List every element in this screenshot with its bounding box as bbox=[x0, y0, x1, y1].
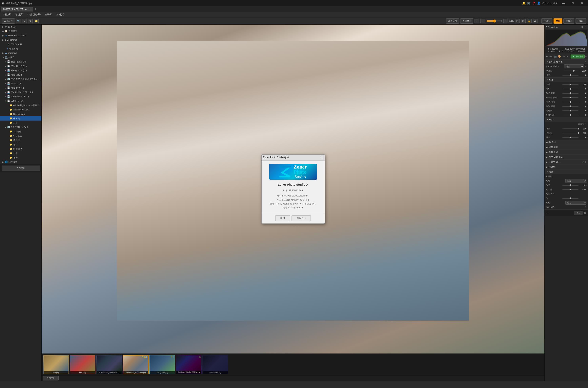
thumb-item-2[interactable]: 009.png bbox=[70, 355, 95, 374]
exp-thumb-5[interactable] bbox=[569, 105, 571, 107]
palette-icon[interactable]: 🎨 bbox=[558, 55, 561, 58]
color-tone-thumb[interactable] bbox=[569, 137, 571, 138]
tree-facebook[interactable]: ▶ f 페이스 북 bbox=[0, 46, 41, 51]
menu-file[interactable]: 파일(F) bbox=[1, 12, 13, 17]
tree-3d[interactable]: ▶ 📁 3D 개체 bbox=[0, 129, 41, 134]
dialog-ok-button[interactable]: 확인 bbox=[275, 215, 290, 221]
eff-method-select[interactable]: 노출 bbox=[566, 179, 587, 183]
lock-btn[interactable]: 🔒 bbox=[527, 19, 532, 24]
exp-slider-1[interactable] bbox=[563, 87, 579, 90]
exp-thumb-3[interactable] bbox=[569, 97, 571, 98]
thumb-item-1[interactable]: 008.png bbox=[43, 355, 69, 374]
export-arrow-icon[interactable]: ▾ bbox=[586, 55, 587, 58]
tree-lightroom[interactable]: ▶ 📁 Adobe Lightroom 카탈로그 bbox=[0, 103, 41, 107]
dialog-close-button[interactable]: ✕ bbox=[319, 155, 323, 159]
tab-close-icon[interactable]: ✕ bbox=[28, 8, 30, 10]
noise-header[interactable]: ▶ 노이즈 감소 ✓ ⚙ bbox=[545, 160, 588, 164]
rp-back-icon[interactable]: ↩ bbox=[546, 211, 549, 215]
wb-tint-thumb[interactable] bbox=[569, 74, 571, 76]
tree-system-d[interactable]: ▶ 💾 시스템 자료 (D:) bbox=[0, 68, 41, 73]
eff-radius-thumb[interactable] bbox=[569, 189, 571, 190]
tone-curve-header[interactable]: ▶ 톤 곡선 bbox=[545, 140, 588, 145]
zoom-in-btn[interactable]: ＋ bbox=[503, 19, 508, 24]
zoom-out-btn[interactable]: － bbox=[480, 19, 485, 24]
exp-thumb-4[interactable] bbox=[569, 101, 571, 103]
tree-local-c[interactable]: ▶ 💾 로컬 디스크 (C:) bbox=[0, 64, 41, 68]
exp-thumb-2[interactable] bbox=[569, 92, 571, 94]
dialog-license-button[interactable]: 저작권... bbox=[291, 215, 310, 221]
noise-settings-icon[interactable]: ⚙ bbox=[585, 161, 587, 163]
wb-temp-slider[interactable] bbox=[563, 69, 579, 72]
exp-thumb-0[interactable] bbox=[569, 84, 571, 85]
wb-preset-edit-icon[interactable]: ✏ bbox=[585, 65, 587, 68]
menu-edit[interactable]: 편집(E) bbox=[13, 12, 25, 17]
color-sat-slider[interactable] bbox=[563, 127, 579, 130]
tree-videos[interactable]: ▶ 📁 동영상 bbox=[0, 138, 41, 142]
exp-slider-5[interactable] bbox=[563, 105, 579, 108]
tree-desktop[interactable]: ▶ 📁 바탕 화면 bbox=[0, 147, 41, 151]
actual-btn[interactable]: ⊞ bbox=[521, 19, 526, 24]
sharp-header[interactable]: ▶ 선명도 bbox=[545, 165, 588, 169]
help-icon[interactable]: ❓ bbox=[532, 1, 536, 5]
tree-favorites[interactable]: ▶ ★ 즐겨찾기 bbox=[0, 24, 41, 29]
cart-icon[interactable]: 🛒 bbox=[527, 1, 531, 5]
edit-tab-btn[interactable]: 편집기 bbox=[564, 19, 574, 24]
folder-btn[interactable]: 📁 bbox=[34, 19, 39, 24]
color-vib-thumb[interactable] bbox=[578, 132, 579, 134]
rotate-icon[interactable]: ⟳ bbox=[566, 55, 568, 58]
tree-music[interactable]: ▶ 📁 음악 bbox=[0, 155, 41, 160]
tree-my-photos[interactable]: ▶ 📁 내 사진 bbox=[0, 116, 41, 121]
bottom-import-button[interactable]: 가져오기 bbox=[43, 376, 59, 381]
eff-strength-thumb[interactable] bbox=[569, 184, 571, 186]
wb-header[interactable]: ▼ 화이트 밸런스 ✏ bbox=[545, 59, 588, 64]
tree-zonerama[interactable]: ▶ Z Zonerama bbox=[0, 38, 41, 42]
user-login-icon[interactable]: 👤 로그인안됨 ▾ bbox=[537, 1, 557, 5]
thumb-item-5[interactable]: ★ ▷ ASC_0954.jpg bbox=[149, 355, 175, 374]
thumb-item-4-active[interactable]: ★ 🔒 ▷ 20090523-_ASC1835.jpg bbox=[123, 355, 149, 374]
exp-slider-2[interactable] bbox=[563, 92, 579, 95]
tree-local-a[interactable]: ▶ 💾 로컬 디스크 (A:) bbox=[0, 59, 41, 64]
tree-data-e[interactable]: ▶ 💾 자료_2 (E:) bbox=[0, 73, 41, 77]
exp-thumb-7[interactable] bbox=[569, 114, 571, 116]
tab-main[interactable]: 20090523_ASC1835.jpg ✕ bbox=[1, 7, 33, 11]
minimize-button[interactable]: — bbox=[559, 0, 568, 6]
develop-tab-btn[interactable]: 현상 bbox=[554, 19, 562, 24]
color-tone-slider[interactable] bbox=[563, 136, 579, 139]
color-sat-thumb[interactable] bbox=[578, 128, 579, 129]
histogram-settings-icon[interactable]: ⚙ bbox=[581, 25, 583, 28]
wb-tint-slider[interactable] bbox=[563, 74, 579, 76]
tree-mobile[interactable]: ▶ 📱 모바일 사진 bbox=[0, 42, 41, 46]
tree-appdata[interactable]: ▶ 📁 Application Data bbox=[0, 107, 41, 112]
cs-header[interactable]: ▶ 색상 이동 bbox=[545, 145, 588, 149]
color-vib-slider[interactable] bbox=[563, 132, 579, 134]
st-header[interactable]: ▶ 분할 토닝 bbox=[545, 150, 588, 154]
zoom-slider[interactable] bbox=[486, 20, 502, 23]
refresh-btn[interactable]: ↻ bbox=[22, 19, 27, 24]
wb-temp-thumb[interactable] bbox=[573, 70, 575, 72]
redo-icon[interactable]: ↪ bbox=[549, 55, 552, 58]
maximize-button[interactable]: □ bbox=[568, 0, 577, 6]
tree-my-pc[interactable]: ▼ 💻 내 PC bbox=[0, 55, 41, 59]
exp-slider-0[interactable] bbox=[563, 83, 579, 86]
tree-dvd-f[interactable]: ▶ 💿 DVD RW 드라이브 (F:) Acronis ... bbox=[0, 77, 41, 81]
tree-dosiba-i[interactable]: ▶ 💾 도시바 데이터 백업 (I:) bbox=[0, 90, 41, 94]
exp-thumb-6[interactable] bbox=[569, 110, 571, 111]
camera-icon[interactable]: 📷 bbox=[554, 55, 557, 58]
menu-view[interactable]: 보기(V) bbox=[54, 12, 66, 17]
manage-tab-btn[interactable]: 관리자 bbox=[542, 19, 552, 24]
tree-photos[interactable]: ▶ 📁 사진 bbox=[0, 121, 41, 125]
compare-btn[interactable]: ⇄ bbox=[533, 19, 538, 24]
menu-photo-settings[interactable]: 사진 설정(N) bbox=[25, 12, 43, 17]
thumb-item-3[interactable]: 2019-08-29_213126.PNG bbox=[96, 355, 122, 374]
sort-btn[interactable]: ⇅ bbox=[28, 19, 33, 24]
tree-network[interactable]: ▶ 🌐 네트워크 bbox=[0, 160, 41, 164]
exp-header[interactable]: ▼ 노출 bbox=[545, 77, 588, 82]
fit-btn[interactable]: ⊡ bbox=[515, 19, 520, 24]
preview-btn[interactable]: 미리보기 bbox=[460, 19, 473, 24]
tree-onedrive[interactable]: ▶ ☁ OneDrive bbox=[0, 51, 41, 55]
menu-tools[interactable]: 도구(L) bbox=[43, 12, 54, 17]
location-btn[interactable]: L\내 사진 bbox=[1, 19, 15, 24]
tree-pro-j[interactable]: ▶ 💾 970 PRO SUB (J:) bbox=[0, 94, 41, 99]
tree-zoner-cloud[interactable]: ▶ ☁ Zoner Photo Cloud bbox=[0, 33, 41, 38]
histogram-close-icon[interactable]: ✕ bbox=[585, 25, 587, 28]
